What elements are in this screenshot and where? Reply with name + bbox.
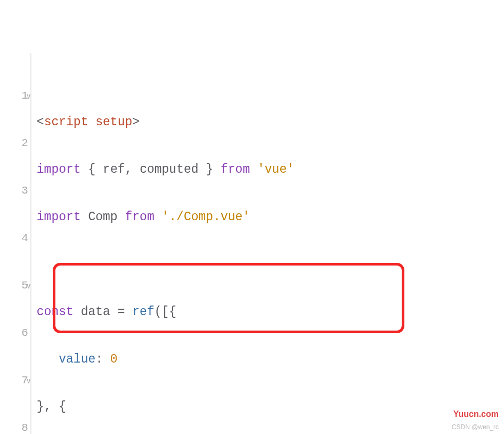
fold-icon[interactable]: ∨ [26, 371, 29, 392]
code-line: <script setup> [37, 112, 504, 133]
code-line: }, { [37, 397, 504, 417]
code-line: import { ref, computed } from 'vue' [37, 159, 504, 180]
line-number: 4 [0, 228, 28, 248]
watermark-credit: CSDN @wen_rc [452, 423, 499, 431]
line-number-gutter: 1∨ 2 3 4 5∨ 6 7∨ 8 9 10 11∨ 12 13 14 15 … [0, 53, 31, 434]
line-number: 8 [0, 417, 28, 434]
line-number: 2 [0, 133, 28, 154]
fold-icon[interactable]: ∨ [26, 86, 29, 107]
line-number: 1∨ [0, 85, 28, 106]
code-line: value: 0 [37, 349, 504, 370]
code-editor: 1∨ 2 3 4 5∨ 6 7∨ 8 9 10 11∨ 12 13 14 15 … [0, 53, 504, 434]
watermark-site: Yuucn.com [453, 409, 499, 419]
code-area[interactable]: <script setup> import { ref, computed } … [31, 53, 504, 434]
fold-icon[interactable]: ∨ [26, 276, 29, 297]
highlight-box [53, 263, 404, 333]
line-number: 3 [0, 180, 28, 201]
code-line: import Comp from './Comp.vue' [37, 207, 504, 228]
line-number: 5∨ [0, 275, 28, 296]
line-number: 7∨ [0, 370, 28, 391]
line-number: 6 [0, 323, 28, 343]
